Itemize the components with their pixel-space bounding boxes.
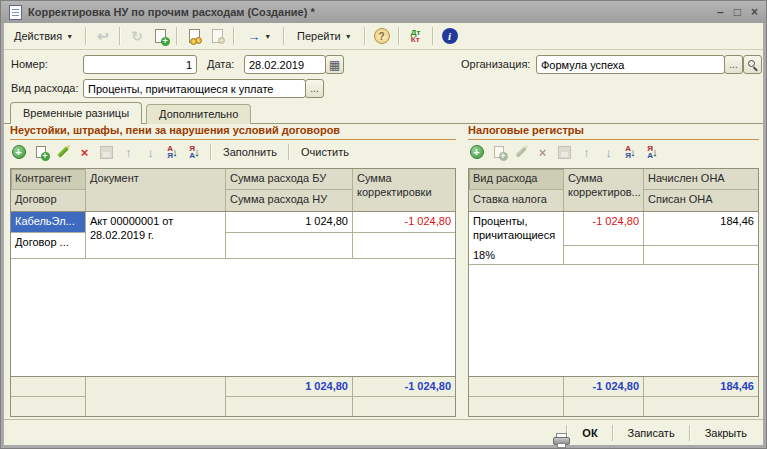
column-header-ona-accrued[interactable]: Начислен ОНА (644, 169, 758, 190)
column-header-sum-correction[interactable]: Сумма корректировки (353, 169, 455, 211)
refresh-button: ↻ (127, 26, 147, 46)
organization-label: Организация: (461, 58, 530, 70)
post-document-button[interactable] (184, 26, 204, 46)
move-down-button[interactable]: ↓ (142, 144, 159, 161)
cell-ona-accrued[interactable]: 184,46 (644, 212, 758, 246)
add-icon: + (12, 145, 26, 159)
add-row-button[interactable]: + (468, 144, 485, 161)
number-label: Номер: (11, 58, 48, 70)
ok-button[interactable]: ОК (572, 423, 607, 443)
organization-open-button[interactable] (743, 55, 762, 74)
goto-menu-button[interactable]: Перейти ▼ (291, 26, 358, 47)
move-down-button[interactable]: ↓ (600, 144, 617, 161)
date-label: Дата: (207, 58, 234, 70)
edit-row-button[interactable] (54, 144, 71, 161)
tab-temporary-differences[interactable]: Временные разницы (10, 102, 142, 124)
copy-icon: + (494, 146, 504, 158)
output-button[interactable]: → ▼ (241, 26, 277, 47)
expense-kind-select-button[interactable]: ... (305, 79, 324, 98)
tab-additional[interactable]: Дополнительно (146, 104, 251, 124)
column-header-sum-nu[interactable]: Сумма расхода НУ (226, 190, 353, 211)
date-input[interactable] (244, 55, 326, 74)
dtkt-button[interactable]: ДтКт (406, 26, 426, 46)
table-row: Проценты, причитающиеся ... -1 024,80 18… (469, 212, 758, 265)
title-bar: Корректировка НУ по прочим расходам (Соз… (1, 1, 766, 23)
arrow-up-icon: ↑ (583, 145, 590, 160)
toolbar-separator (364, 27, 366, 45)
cell-expense-kind[interactable]: Проценты, причитающиеся ... (469, 212, 564, 246)
sort-desc-button[interactable]: ЯА ↓ (186, 144, 203, 161)
maximize-button[interactable]: □ (734, 6, 741, 18)
help-icon: ? (374, 28, 390, 44)
toolbar-separator (176, 27, 178, 45)
arrow-down-icon: ↓ (605, 145, 612, 160)
pencil-icon (515, 146, 526, 157)
reread-icon: ↩ (97, 28, 109, 44)
debit-credit-icon: ДтКт (411, 29, 421, 43)
clear-button[interactable]: Очистить (297, 144, 353, 160)
expense-kind-input[interactable] (83, 79, 306, 98)
add-icon: + (470, 145, 484, 159)
close-button[interactable]: × (751, 6, 758, 18)
copy-document-button[interactable]: + (150, 26, 170, 46)
cell-sum-nu[interactable] (226, 233, 353, 258)
move-up-button[interactable]: ↑ (578, 144, 595, 161)
organization-select-button[interactable]: ... (724, 55, 743, 74)
column-header-contragent[interactable]: Контрагент (11, 169, 86, 190)
copy-row-button[interactable]: + (32, 144, 49, 161)
column-header-sum-bu[interactable]: Сумма расхода БУ (226, 169, 353, 190)
cell-dogovor[interactable]: Договор ... (11, 233, 86, 258)
description-button[interactable]: i (440, 26, 460, 46)
minimize-button[interactable]: – (717, 6, 724, 18)
pencil-icon (57, 146, 68, 157)
sort-asc-button[interactable]: АЯ ↓ (622, 144, 639, 161)
move-up-button[interactable]: ↑ (120, 144, 137, 161)
sort-asc-button[interactable]: АЯ ↓ (164, 144, 181, 161)
sort-desc-button[interactable]: ЯА ↓ (644, 144, 661, 161)
delete-row-button[interactable]: × (76, 144, 93, 161)
column-header-ona-written-off[interactable]: Списан ОНА (644, 190, 758, 211)
save-button[interactable]: Записать (618, 423, 685, 443)
tax-registers-section: Налоговые регистры + + × ↑ ↓ АЯ ↓ ЯА ↓ (468, 124, 759, 417)
edit-row-button (512, 144, 529, 161)
cell-tax-rate[interactable]: 18% (469, 246, 564, 264)
tax-registers-title: Налоговые регистры (468, 124, 759, 140)
arrow-down-icon: ↓ (147, 145, 154, 160)
total-sum-correction: -1 024,80 (353, 377, 455, 397)
help-button[interactable]: ? (372, 26, 392, 46)
add-row-button[interactable]: + (10, 144, 27, 161)
date-calendar-button[interactable]: ▦ (325, 55, 344, 74)
close-form-button[interactable]: Закрыть (695, 423, 757, 443)
cell-sum-correction[interactable]: -1 024,80 (353, 212, 455, 233)
fill-button[interactable]: Заполнить (219, 144, 281, 160)
copy-icon: + (36, 146, 46, 158)
cell-document[interactable]: Акт 00000001 от 28.02.2019 г. (86, 212, 226, 258)
number-input[interactable] (83, 55, 197, 74)
penalties-table-body[interactable]: КабельЭл... Акт 00000001 от 28.02.2019 г… (11, 212, 455, 376)
table-row: КабельЭл... Акт 00000001 от 28.02.2019 г… (11, 212, 455, 259)
column-header-document[interactable]: Документ (86, 169, 226, 211)
tax-registers-toolbar: + + × ↑ ↓ АЯ ↓ ЯА ↓ (468, 140, 759, 164)
cell-contragent[interactable]: КабельЭл... (11, 212, 86, 233)
actions-menu-button[interactable]: Действия ▼ (8, 26, 79, 47)
column-header-tax-rate[interactable]: Ставка налога (469, 190, 564, 211)
total-sum-correction: -1 024,80 (564, 377, 644, 397)
column-header-dogovor[interactable]: Договор (11, 190, 86, 211)
bottom-button-bar: ОК Записать Закрыть (4, 419, 763, 445)
chevron-down-icon: ▼ (264, 33, 271, 40)
delete-icon: × (539, 145, 547, 160)
copy-icon: + (155, 29, 166, 43)
output-arrow-icon: → (247, 29, 260, 44)
column-header-sum-correction[interactable]: Сумма корректиров... (564, 169, 644, 211)
organization-input[interactable] (536, 55, 725, 74)
reread-button: ↩ (93, 26, 113, 46)
button-separator (612, 425, 614, 441)
toolbar-separator (288, 144, 290, 160)
print-button[interactable] (542, 429, 562, 437)
cell-sum-bu[interactable]: 1 024,80 (226, 212, 353, 233)
chevron-down-icon: ▼ (66, 33, 73, 40)
cell-sum-correction[interactable]: -1 024,80 (564, 212, 644, 246)
tax-registers-table-body[interactable]: Проценты, причитающиеся ... -1 024,80 18… (469, 212, 758, 376)
column-header-expense-kind[interactable]: Вид расхода (469, 169, 564, 190)
toolbar-separator (432, 27, 434, 45)
